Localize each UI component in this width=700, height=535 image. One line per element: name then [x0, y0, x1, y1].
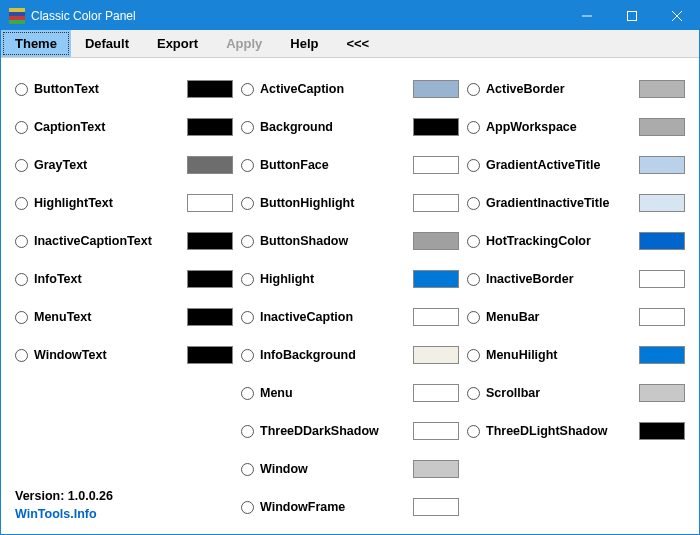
radio-hottrackingcolor[interactable]	[467, 235, 480, 248]
radio-graytext[interactable]	[15, 159, 28, 172]
titlebar: Classic Color Panel	[1, 1, 699, 30]
color-row: ButtonShadow	[241, 222, 459, 260]
menu-apply: Apply	[212, 30, 276, 57]
app-window: Classic Color Panel Theme Default Export…	[0, 0, 700, 535]
label-activecaption: ActiveCaption	[260, 82, 407, 96]
swatch-menubar[interactable]	[639, 308, 685, 326]
radio-appworkspace[interactable]	[467, 121, 480, 134]
radio-menuhilight[interactable]	[467, 349, 480, 362]
footer: Version: 1.0.0.26 WinTools.Info	[15, 487, 113, 525]
color-row: HotTrackingColor	[467, 222, 685, 260]
color-row: Background	[241, 108, 459, 146]
swatch-gradientactivetitle[interactable]	[639, 156, 685, 174]
swatch-buttontext[interactable]	[187, 80, 233, 98]
swatch-menu[interactable]	[413, 384, 459, 402]
swatch-threeddarkshadow[interactable]	[413, 422, 459, 440]
color-row: Highlight	[241, 260, 459, 298]
radio-buttontext[interactable]	[15, 83, 28, 96]
swatch-window[interactable]	[413, 460, 459, 478]
column-0: ButtonTextCaptionTextGrayTextHighlightTe…	[15, 70, 233, 526]
radio-scrollbar[interactable]	[467, 387, 480, 400]
radio-inactivecaptiontext[interactable]	[15, 235, 28, 248]
swatch-activecaption[interactable]	[413, 80, 459, 98]
radio-window[interactable]	[241, 463, 254, 476]
color-row: ButtonHighlight	[241, 184, 459, 222]
radio-infobackground[interactable]	[241, 349, 254, 362]
label-hottrackingcolor: HotTrackingColor	[486, 234, 633, 248]
swatch-graytext[interactable]	[187, 156, 233, 174]
color-row: Window	[241, 450, 459, 488]
swatch-threedlightshadow[interactable]	[639, 422, 685, 440]
label-buttonhighlight: ButtonHighlight	[260, 196, 407, 210]
label-infotext: InfoText	[34, 272, 181, 286]
menu-default[interactable]: Default	[71, 30, 143, 57]
menu-help[interactable]: Help	[276, 30, 332, 57]
color-row: InactiveCaptionText	[15, 222, 233, 260]
color-row: GrayText	[15, 146, 233, 184]
swatch-buttonhighlight[interactable]	[413, 194, 459, 212]
radio-buttonhighlight[interactable]	[241, 197, 254, 210]
menu-theme[interactable]: Theme	[1, 30, 71, 57]
color-row: CaptionText	[15, 108, 233, 146]
swatch-buttonshadow[interactable]	[413, 232, 459, 250]
maximize-button[interactable]	[609, 1, 654, 30]
label-inactivecaption: InactiveCaption	[260, 310, 407, 324]
radio-menubar[interactable]	[467, 311, 480, 324]
radio-windowtext[interactable]	[15, 349, 28, 362]
radio-inactiveborder[interactable]	[467, 273, 480, 286]
radio-buttonshadow[interactable]	[241, 235, 254, 248]
swatch-highlight[interactable]	[413, 270, 459, 288]
radio-threedlightshadow[interactable]	[467, 425, 480, 438]
radio-threeddarkshadow[interactable]	[241, 425, 254, 438]
menu-export[interactable]: Export	[143, 30, 212, 57]
radio-highlighttext[interactable]	[15, 197, 28, 210]
label-menutext: MenuText	[34, 310, 181, 324]
color-row: Scrollbar	[467, 374, 685, 412]
swatch-buttonface[interactable]	[413, 156, 459, 174]
swatch-windowframe[interactable]	[413, 498, 459, 516]
swatch-captiontext[interactable]	[187, 118, 233, 136]
radio-highlight[interactable]	[241, 273, 254, 286]
radio-menutext[interactable]	[15, 311, 28, 324]
radio-background[interactable]	[241, 121, 254, 134]
menu-collapse[interactable]: <<<	[332, 30, 383, 57]
label-buttonface: ButtonFace	[260, 158, 407, 172]
swatch-inactiveborder[interactable]	[639, 270, 685, 288]
swatch-gradientinactivetitle[interactable]	[639, 194, 685, 212]
client-area: ButtonTextCaptionTextGrayTextHighlightTe…	[1, 58, 699, 534]
radio-captiontext[interactable]	[15, 121, 28, 134]
radio-activeborder[interactable]	[467, 83, 480, 96]
radio-gradientactivetitle[interactable]	[467, 159, 480, 172]
radio-activecaption[interactable]	[241, 83, 254, 96]
label-buttonshadow: ButtonShadow	[260, 234, 407, 248]
label-background: Background	[260, 120, 407, 134]
radio-infotext[interactable]	[15, 273, 28, 286]
swatch-scrollbar[interactable]	[639, 384, 685, 402]
radio-windowframe[interactable]	[241, 501, 254, 514]
radio-gradientinactivetitle[interactable]	[467, 197, 480, 210]
swatch-background[interactable]	[413, 118, 459, 136]
swatch-inactivecaption[interactable]	[413, 308, 459, 326]
minimize-button[interactable]	[564, 1, 609, 30]
swatch-inactivecaptiontext[interactable]	[187, 232, 233, 250]
radio-buttonface[interactable]	[241, 159, 254, 172]
radio-inactivecaption[interactable]	[241, 311, 254, 324]
radio-menu[interactable]	[241, 387, 254, 400]
swatch-menuhilight[interactable]	[639, 346, 685, 364]
swatch-windowtext[interactable]	[187, 346, 233, 364]
swatch-appworkspace[interactable]	[639, 118, 685, 136]
swatch-menutext[interactable]	[187, 308, 233, 326]
swatch-hottrackingcolor[interactable]	[639, 232, 685, 250]
label-infobackground: InfoBackground	[260, 348, 407, 362]
swatch-infobackground[interactable]	[413, 346, 459, 364]
website-link[interactable]: WinTools.Info	[15, 507, 97, 521]
color-row: MenuBar	[467, 298, 685, 336]
swatch-highlighttext[interactable]	[187, 194, 233, 212]
swatch-activeborder[interactable]	[639, 80, 685, 98]
label-threeddarkshadow: ThreeDDarkShadow	[260, 424, 407, 438]
label-inactivecaptiontext: InactiveCaptionText	[34, 234, 181, 248]
label-captiontext: CaptionText	[34, 120, 181, 134]
close-button[interactable]	[654, 1, 699, 30]
swatch-infotext[interactable]	[187, 270, 233, 288]
label-menuhilight: MenuHilight	[486, 348, 633, 362]
